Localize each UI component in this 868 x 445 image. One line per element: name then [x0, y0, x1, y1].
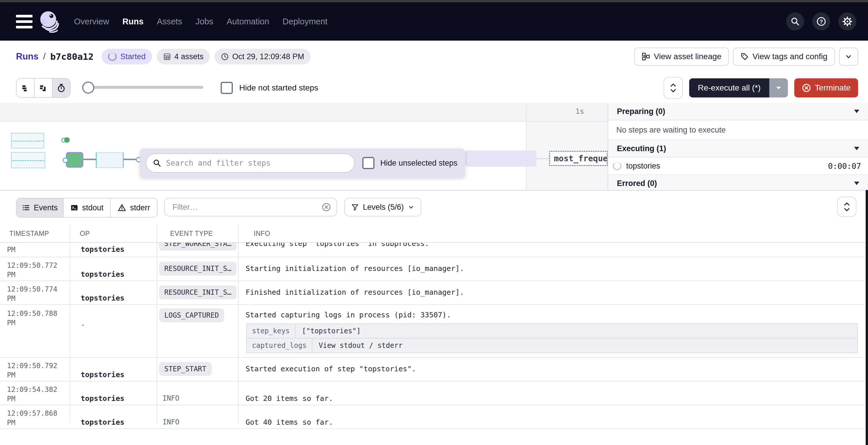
timing-view-button[interactable]: [53, 79, 70, 97]
assets-badge[interactable]: 4 assets: [157, 49, 210, 64]
dependency-node: [63, 158, 68, 163]
gantt-chart: 1s most_frequent_ Hide unselected steps: [0, 103, 868, 191]
op-cell: topstories: [81, 418, 125, 426]
step-search-input[interactable]: [165, 159, 354, 168]
run-action-buttons: Re-execute all (*) Terminate: [663, 72, 858, 103]
timestamp-cell: 12:09:50.774PM: [7, 284, 57, 303]
clear-filter-icon[interactable]: [321, 202, 331, 212]
run-header-row: Runs / b7c80a12 Started 4 assets: [0, 41, 868, 73]
event-type-badge: RESOURCE_INIT_S…: [159, 285, 237, 299]
help-icon: ?: [816, 16, 826, 26]
planned-step-bar[interactable]: [96, 152, 124, 168]
table-row[interactable]: 12:09:50.792PMtopstoriesSTEP_STARTStarte…: [0, 358, 868, 381]
warning-triangle-icon: [118, 203, 126, 212]
executing-step-row[interactable]: topstories 0:00:07: [608, 158, 868, 175]
lineage-icon: [642, 53, 650, 61]
collapse-panel-button[interactable]: [663, 77, 683, 99]
nav-item-automation[interactable]: Automation: [227, 17, 270, 26]
window-scrollbar-track: [866, 190, 868, 445]
info-cell: Got 20 items so far.: [246, 394, 333, 403]
col-info: INFO: [254, 230, 270, 238]
search-icon: [790, 17, 800, 26]
not-started-step-bar[interactable]: [11, 152, 45, 168]
preparing-section-header[interactable]: Preparing (0): [608, 103, 868, 121]
zoom-slider-handle[interactable]: [82, 81, 94, 94]
event-log-table: TIMESTAMP OP EVENT TYPE INFO 12:09:50.7P…: [0, 224, 868, 445]
running-step-bar[interactable]: [66, 152, 83, 168]
table-row[interactable]: 12:09:57.868PMtopstoriesINFOGot 40 items…: [0, 405, 868, 429]
hide-not-started-label: Hide not started steps: [239, 83, 318, 93]
hide-unselected-label: Hide unselected steps: [380, 159, 458, 168]
errored-section-header[interactable]: Errored (0): [608, 175, 868, 190]
search-button[interactable]: [786, 12, 804, 30]
op-cell: topstories: [81, 245, 125, 253]
cancel-circle-icon: [802, 83, 811, 93]
op-cell: topstories: [81, 270, 125, 278]
tab-stderr[interactable]: stderr: [111, 198, 157, 217]
more-actions-button[interactable]: [839, 47, 858, 66]
metadata-value[interactable]: View stdout / stderr: [312, 339, 857, 352]
timestamp-cell: 12:09:50.772PM: [7, 261, 57, 279]
view-asset-lineage-button[interactable]: View asset lineage: [634, 47, 729, 66]
terminal-icon: [70, 204, 79, 212]
reexecute-split-button: Re-execute all (*): [689, 78, 788, 98]
hide-not-started-checkbox[interactable]: [221, 82, 233, 94]
step-marker-dot[interactable]: [64, 137, 70, 143]
tab-events[interactable]: Events: [17, 198, 64, 217]
info-cell: Executing step "topstories" in subproces…: [246, 243, 429, 248]
table-row[interactable]: 12:09:54.382PMtopstoriesINFOGot 20 items…: [0, 381, 868, 405]
table-row[interactable]: 12:09:50.774PMtopstoriesRESOURCE_INIT_S……: [0, 281, 868, 305]
menu-icon[interactable]: [16, 14, 33, 29]
reexecute-all-button[interactable]: Re-execute all (*): [689, 78, 769, 98]
executing-section-header[interactable]: Executing (1): [608, 140, 868, 158]
column-divider: [157, 224, 157, 423]
terminate-button[interactable]: Terminate: [794, 78, 858, 98]
table-row[interactable]: 12:09:50.772PMtopstoriesRESOURCE_INIT_S……: [0, 257, 868, 281]
expand-collapse-icon: [670, 83, 677, 93]
svg-text:?: ?: [819, 19, 823, 25]
navbar-actions: ?: [786, 12, 857, 30]
step-filter-overlay: Hide unselected steps: [140, 148, 465, 177]
nav-item-runs[interactable]: Runs: [123, 17, 144, 26]
settings-button[interactable]: [838, 12, 857, 30]
nav-item-deployment[interactable]: Deployment: [282, 17, 328, 26]
table-row[interactable]: 12:09:50.7PMtopstoriesSTEP_WORKER_STA…Ex…: [0, 243, 868, 257]
levels-filter-button[interactable]: Levels (5/6): [344, 198, 421, 216]
event-type-badge: STEP_WORKER_STA…: [159, 243, 237, 251]
timestamp-cell: 12:09:57.868PM: [7, 409, 57, 427]
col-timestamp: TIMESTAMP: [9, 230, 49, 238]
expand-logs-button[interactable]: [837, 197, 857, 217]
nav-item-assets[interactable]: Assets: [157, 17, 182, 26]
dagster-logo-icon[interactable]: [38, 9, 61, 34]
stopwatch-icon: [57, 83, 66, 93]
table-row[interactable]: 12:09:50.788PM-LOGS_CAPTUREDStarted capt…: [0, 305, 868, 358]
event-list-icon: [22, 204, 30, 212]
help-button[interactable]: ?: [812, 12, 830, 30]
time-tick-label: 1s: [567, 107, 584, 115]
nav-item-jobs[interactable]: Jobs: [195, 17, 213, 26]
breadcrumb-separator: /: [43, 52, 46, 62]
waterfall-view-button[interactable]: [35, 79, 53, 97]
nav-item-overview[interactable]: Overview: [74, 17, 109, 26]
metadata-value: ["topstories"]: [296, 324, 857, 338]
view-tags-config-button[interactable]: View tags and config: [733, 47, 835, 66]
hide-not-started-control: Hide not started steps: [221, 72, 318, 103]
timestamp-cell: 12:09:50.788PM: [7, 309, 57, 328]
metadata-row: step_keys["topstories"]: [247, 324, 857, 339]
zoom-slider[interactable]: [83, 86, 203, 89]
view-mode-switcher: [16, 78, 70, 98]
tab-stdout[interactable]: stdout: [64, 198, 111, 217]
breadcrumb-runs-link[interactable]: Runs: [16, 52, 39, 62]
hide-unselected-checkbox[interactable]: [362, 157, 374, 169]
flat-view-button[interactable]: [17, 79, 35, 97]
reexecute-dropdown-button[interactable]: [769, 78, 788, 98]
event-type-label: INFO: [162, 394, 179, 402]
step-label-most-frequent[interactable]: most_frequent_: [549, 151, 608, 166]
top-navbar: Overview Runs Assets Jobs Automation Dep…: [0, 2, 868, 41]
tag-icon: [741, 53, 749, 61]
op-cell: topstories: [81, 371, 125, 379]
not-started-step-bar[interactable]: [11, 133, 44, 148]
log-filter-input[interactable]: [172, 203, 321, 212]
column-divider: [238, 224, 239, 423]
gantt-toolbar: Hide not started steps Re-execute all (*…: [0, 72, 868, 104]
